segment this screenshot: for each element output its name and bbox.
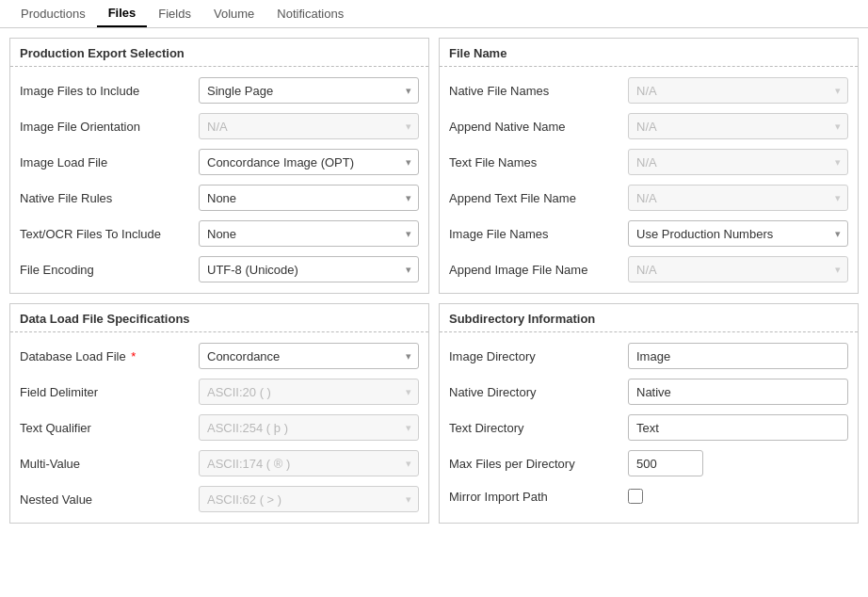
- image-directory-row: Image Directory: [449, 338, 848, 374]
- production-export-section: Production Export Selection Image Files …: [9, 38, 429, 294]
- image-orientation-row: Image File Orientation N/A: [20, 108, 419, 144]
- native-file-names-label: Native File Names: [449, 84, 628, 98]
- text-qualifier-select-wrapper: ASCII:254 ( þ ): [199, 414, 419, 441]
- text-ocr-label: Text/OCR Files To Include: [20, 227, 199, 241]
- image-orientation-label: Image File Orientation: [20, 120, 199, 134]
- text-qualifier-row: Text Qualifier ASCII:254 ( þ ): [20, 410, 419, 445]
- native-file-rules-label: Native File Rules: [20, 191, 199, 205]
- data-load-section: Data Load File Specifications Database L…: [9, 303, 429, 524]
- nav-files[interactable]: Files: [97, 0, 148, 27]
- nested-value-select-wrapper: ASCII:62 ( > ): [199, 486, 419, 512]
- production-export-body: Image Files to Include Single Page Image…: [10, 67, 428, 293]
- native-file-rules-select[interactable]: None: [199, 185, 419, 211]
- file-encoding-label: File Encoding: [20, 263, 199, 277]
- image-load-select[interactable]: Concordance Image (OPT): [199, 149, 419, 175]
- native-file-rules-row: Native File Rules None: [20, 180, 419, 216]
- append-image-file-name-select-wrapper: N/A: [628, 256, 848, 282]
- file-encoding-select-wrapper: UTF-8 (Unicode): [199, 256, 419, 282]
- text-qualifier-select[interactable]: ASCII:254 ( þ ): [199, 414, 419, 441]
- database-load-label: Database Load File *: [20, 349, 199, 363]
- nested-value-row: Nested Value ASCII:62 ( > ): [20, 481, 419, 517]
- append-native-name-label: Append Native Name: [449, 120, 628, 134]
- append-native-name-select-wrapper: N/A: [628, 113, 848, 139]
- append-image-file-name-label: Append Image File Name: [449, 263, 628, 277]
- image-files-row: Image Files to Include Single Page: [20, 73, 419, 108]
- image-file-names-label: Image File Names: [449, 227, 628, 241]
- append-text-file-name-select-wrapper: N/A: [628, 185, 848, 211]
- field-delimiter-select-wrapper: ASCII:20 ( ): [199, 379, 419, 405]
- image-file-names-select[interactable]: Use Production Numbers: [628, 220, 848, 247]
- subdirectory-title: Subdirectory Information: [440, 304, 858, 332]
- image-file-names-select-wrapper: Use Production Numbers: [628, 220, 848, 247]
- nav-fields[interactable]: Fields: [147, 0, 202, 27]
- append-text-file-name-select[interactable]: N/A: [628, 185, 848, 211]
- text-directory-row: Text Directory: [449, 410, 848, 445]
- image-directory-input[interactable]: [628, 343, 848, 369]
- required-star: *: [131, 349, 136, 363]
- append-image-file-name-row: Append Image File Name N/A: [449, 251, 848, 287]
- main-content: Production Export Selection Image Files …: [0, 28, 868, 542]
- max-files-label: Max Files per Directory: [449, 457, 628, 471]
- image-directory-label: Image Directory: [449, 349, 628, 363]
- append-text-file-name-row: Append Text File Name N/A: [449, 180, 848, 216]
- data-load-title: Data Load File Specifications: [10, 304, 428, 332]
- max-files-input[interactable]: [628, 450, 703, 476]
- image-files-select-wrapper: Single Page: [199, 77, 419, 104]
- mirror-import-label: Mirror Import Path: [449, 490, 628, 504]
- native-directory-label: Native Directory: [449, 385, 628, 399]
- image-orientation-select[interactable]: N/A: [199, 113, 419, 139]
- field-delimiter-label: Field Delimiter: [20, 385, 199, 399]
- native-directory-input[interactable]: [628, 379, 848, 405]
- image-load-row: Image Load File Concordance Image (OPT): [20, 144, 419, 180]
- file-name-section: File Name Native File Names N/A Append N…: [439, 38, 859, 294]
- native-file-names-row: Native File Names N/A: [449, 73, 848, 108]
- image-files-label: Image Files to Include: [20, 84, 199, 98]
- text-ocr-select[interactable]: None: [199, 220, 419, 247]
- file-name-title: File Name: [440, 39, 858, 67]
- database-load-row: Database Load File * Concordance: [20, 338, 419, 374]
- multi-value-row: Multi-Value ASCII:174 ( ® ): [20, 445, 419, 481]
- text-directory-input[interactable]: [628, 414, 848, 441]
- text-file-names-select[interactable]: N/A: [628, 149, 848, 175]
- nav-productions[interactable]: Productions: [9, 0, 97, 27]
- image-file-names-row: Image File Names Use Production Numbers: [449, 216, 848, 251]
- multi-value-select-wrapper: ASCII:174 ( ® ): [199, 450, 419, 476]
- mirror-import-checkbox[interactable]: [628, 489, 643, 504]
- image-load-select-wrapper: Concordance Image (OPT): [199, 149, 419, 175]
- image-orientation-select-wrapper: N/A: [199, 113, 419, 139]
- text-ocr-row: Text/OCR Files To Include None: [20, 216, 419, 251]
- database-load-select[interactable]: Concordance: [199, 343, 419, 369]
- native-file-names-select[interactable]: N/A: [628, 77, 848, 104]
- database-load-select-wrapper: Concordance: [199, 343, 419, 369]
- text-ocr-select-wrapper: None: [199, 220, 419, 247]
- nested-value-select[interactable]: ASCII:62 ( > ): [199, 486, 419, 512]
- production-export-title: Production Export Selection: [10, 39, 428, 67]
- image-load-label: Image Load File: [20, 155, 199, 169]
- native-file-rules-select-wrapper: None: [199, 185, 419, 211]
- text-qualifier-label: Text Qualifier: [20, 421, 199, 435]
- append-image-file-name-select[interactable]: N/A: [628, 256, 848, 282]
- text-file-names-label: Text File Names: [449, 155, 628, 169]
- field-delimiter-select[interactable]: ASCII:20 ( ): [199, 379, 419, 405]
- max-files-row: Max Files per Directory: [449, 445, 848, 481]
- text-file-names-row: Text File Names N/A: [449, 144, 848, 180]
- multi-value-label: Multi-Value: [20, 457, 199, 471]
- append-native-name-select[interactable]: N/A: [628, 113, 848, 139]
- data-load-body: Database Load File * Concordance Field D…: [10, 332, 428, 523]
- subdirectory-body: Image Directory Native Directory Text Di…: [440, 332, 858, 517]
- append-native-name-row: Append Native Name N/A: [449, 108, 848, 144]
- subdirectory-section: Subdirectory Information Image Directory…: [439, 303, 859, 524]
- nav-notifications[interactable]: Notifications: [265, 0, 355, 27]
- native-directory-row: Native Directory: [449, 374, 848, 410]
- native-file-names-select-wrapper: N/A: [628, 77, 848, 104]
- append-text-file-name-label: Append Text File Name: [449, 191, 628, 205]
- top-navigation: Productions Files Fields Volume Notifica…: [0, 0, 868, 28]
- nested-value-label: Nested Value: [20, 492, 199, 507]
- nav-volume[interactable]: Volume: [202, 0, 265, 27]
- multi-value-select[interactable]: ASCII:174 ( ® ): [199, 450, 419, 476]
- file-encoding-select[interactable]: UTF-8 (Unicode): [199, 256, 419, 282]
- image-files-select[interactable]: Single Page: [199, 77, 419, 104]
- mirror-import-row: Mirror Import Path: [449, 481, 848, 511]
- field-delimiter-row: Field Delimiter ASCII:20 ( ): [20, 374, 419, 410]
- file-name-body: Native File Names N/A Append Native Name…: [440, 67, 858, 293]
